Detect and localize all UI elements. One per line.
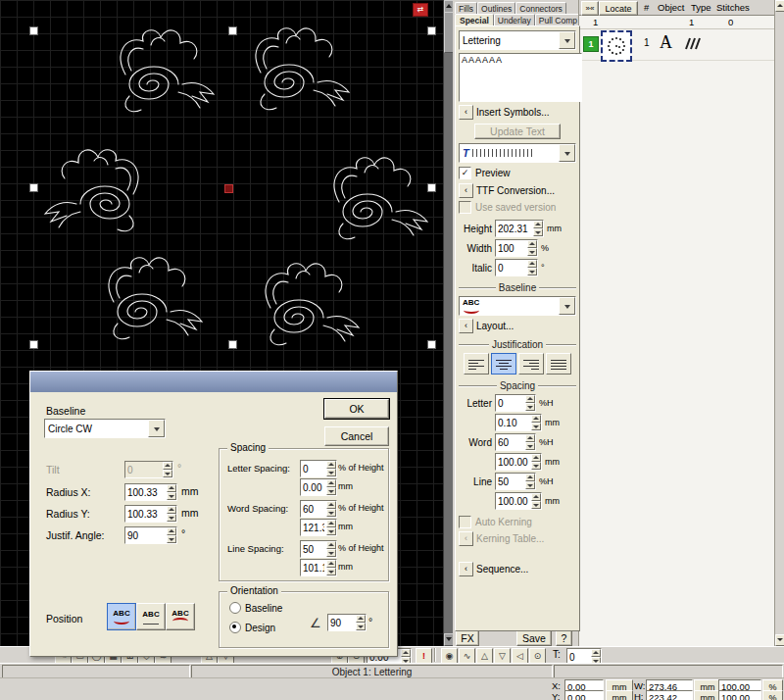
letter-spacing-pct-field[interactable]	[301, 461, 326, 476]
baseline-style-combo[interactable]: ABC	[459, 296, 576, 316]
h-percent-input[interactable]	[718, 690, 761, 700]
embroidery-motif[interactable]	[256, 28, 349, 110]
radio-icon[interactable]	[229, 602, 241, 614]
h-percent-field[interactable]	[719, 691, 760, 700]
y-field[interactable]	[565, 691, 603, 700]
width-input[interactable]	[495, 239, 538, 257]
spinner-buttons[interactable]	[531, 493, 541, 509]
help-button[interactable]: ?	[556, 630, 572, 646]
tab-special[interactable]: Special	[455, 14, 494, 25]
line-spacing-pct-field[interactable]	[496, 474, 525, 489]
justify-right-button[interactable]	[518, 353, 544, 375]
justify-center-button[interactable]	[491, 353, 516, 375]
spinner-buttons[interactable]	[533, 221, 543, 236]
chevron-down-icon[interactable]	[559, 31, 575, 49]
selection-handle[interactable]	[427, 26, 436, 35]
sequence-button[interactable]: Sequence...	[476, 564, 528, 575]
needle-point-icon[interactable]: ◉	[441, 648, 458, 664]
spinner-buttons[interactable]	[326, 541, 336, 557]
spinner-buttons[interactable]	[167, 527, 176, 543]
line-spacing-mm-input[interactable]	[300, 559, 337, 576]
scroll-down-icon[interactable]	[775, 634, 784, 646]
h-unit-button[interactable]: mm	[694, 690, 721, 700]
word-spacing-pct-field[interactable]	[496, 434, 525, 450]
arrow-left-icon[interactable]: ◁	[512, 648, 528, 664]
selection-handle[interactable]	[29, 26, 38, 35]
height-input[interactable]	[495, 220, 544, 237]
panel-collapse-button[interactable]: »«	[581, 1, 599, 16]
word-spacing-mm-field[interactable]	[301, 520, 326, 535]
collapse-arrow-icon[interactable]: ‹	[459, 183, 473, 198]
spinner-buttons[interactable]	[525, 474, 535, 489]
justif-angle-input[interactable]	[124, 526, 177, 544]
height-field[interactable]	[496, 221, 533, 236]
ttf-conversion-button[interactable]: TTF Conversion...	[476, 185, 555, 196]
italic-input[interactable]	[495, 259, 538, 276]
save-button[interactable]: Save	[516, 630, 552, 646]
letter-spacing-mm-input[interactable]	[495, 414, 542, 431]
locate-button[interactable]: Locate	[599, 1, 638, 16]
spinner-buttons[interactable]	[525, 434, 535, 450]
radio-selected-icon[interactable]	[229, 622, 241, 633]
justify-left-button[interactable]	[464, 353, 489, 375]
font-combo[interactable]: T	[459, 143, 576, 163]
line-spacing-mm-input[interactable]	[495, 492, 542, 510]
object-panel-scrollbar[interactable]	[774, 0, 784, 646]
word-spacing-pct-input[interactable]	[495, 433, 536, 451]
justify-full-button[interactable]	[546, 353, 571, 375]
h-field[interactable]	[647, 691, 692, 700]
scroll-up-icon[interactable]	[775, 0, 784, 12]
chevron-down-icon[interactable]	[559, 297, 575, 315]
orientation-angle-input[interactable]	[327, 614, 367, 631]
letter-spacing-pct-input[interactable]	[495, 394, 536, 412]
position-circle-button[interactable]: ABC	[107, 603, 136, 630]
spinner-buttons[interactable]	[163, 462, 172, 477]
fx-button[interactable]: FX	[456, 630, 479, 646]
word-spacing-mm-input[interactable]	[495, 453, 542, 471]
radius-x-field[interactable]	[125, 484, 167, 500]
h-input[interactable]	[646, 690, 693, 700]
spinner-buttons[interactable]	[326, 501, 336, 517]
chevron-down-icon[interactable]	[559, 144, 575, 162]
spinner-buttons[interactable]	[356, 615, 366, 630]
word-spacing-pct-field[interactable]	[301, 501, 326, 517]
insert-symbols-button[interactable]: Insert Symbols...	[476, 107, 549, 118]
selection-handle[interactable]	[29, 340, 38, 349]
collapse-arrow-icon[interactable]: ‹	[459, 105, 473, 120]
layout-button[interactable]: Layout...	[476, 321, 514, 331]
object-thumbnail[interactable]	[601, 30, 632, 62]
lettering-text-input[interactable]: AAAAAA	[459, 53, 582, 102]
object-type-combo[interactable]: Lettering	[459, 30, 576, 50]
selection-handle[interactable]	[29, 183, 38, 192]
spinner-buttons[interactable]	[531, 454, 541, 470]
y-unit-button[interactable]: mm	[606, 690, 633, 700]
width-field[interactable]	[496, 240, 527, 256]
line-spacing-pct-input[interactable]	[495, 473, 536, 490]
line-spacing-mm-field[interactable]	[496, 493, 531, 509]
y-input[interactable]	[564, 690, 604, 700]
radius-y-field[interactable]	[125, 506, 167, 522]
spinner-buttons[interactable]	[326, 461, 336, 476]
word-spacing-pct-input[interactable]	[300, 500, 337, 518]
justif-angle-field[interactable]	[125, 527, 167, 543]
letter-spacing-mm-field[interactable]	[496, 415, 531, 430]
triangle-up-icon[interactable]: △	[476, 648, 493, 664]
chevron-down-icon[interactable]	[148, 420, 165, 437]
cancel-button[interactable]: Cancel	[324, 426, 389, 446]
word-spacing-mm-field[interactable]	[496, 454, 531, 470]
spinner-buttons[interactable]	[525, 395, 535, 411]
letter-spacing-mm-field[interactable]	[301, 479, 326, 495]
spinner-buttons[interactable]	[326, 520, 336, 535]
tab-underlay[interactable]: Underlay	[494, 14, 535, 25]
orientation-angle-field[interactable]	[328, 615, 356, 630]
tab-pull-comp[interactable]: Pull Comp	[535, 14, 581, 25]
update-text-button[interactable]: Update Text	[474, 124, 561, 139]
position-straight-button[interactable]: ABC	[136, 603, 166, 630]
tab-fills[interactable]: Fills	[455, 2, 477, 14]
curve-tool-icon[interactable]: ∿	[459, 648, 475, 664]
baseline-radio[interactable]: Baseline	[229, 602, 282, 614]
warning-icon[interactable]: !	[416, 648, 432, 664]
radius-x-input[interactable]	[124, 483, 177, 501]
collapse-arrow-icon[interactable]: ‹	[459, 319, 473, 333]
tab-outlines[interactable]: Outlines	[477, 2, 515, 14]
